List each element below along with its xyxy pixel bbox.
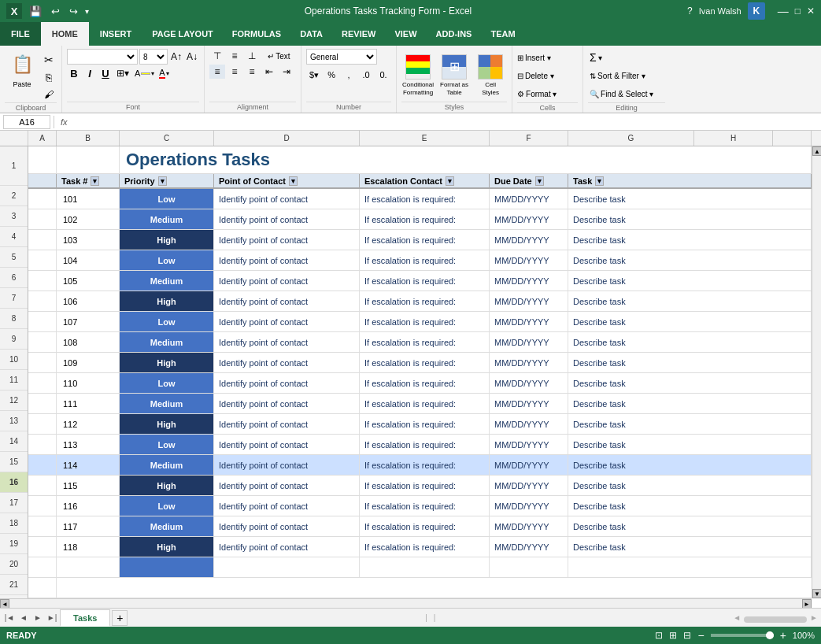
header-escalation[interactable]: Escalation Contact ▾	[360, 174, 490, 187]
find-select-btn[interactable]: 🔍Find & Select ▾	[588, 85, 665, 102]
cell-a8[interactable]	[28, 291, 57, 311]
bold-button[interactable]: B	[67, 66, 81, 80]
undo-btn[interactable]: ↩	[49, 6, 62, 17]
cell-due-4[interactable]: MM/DD/YYYY	[490, 209, 568, 229]
cell-task-6[interactable]: 104	[57, 250, 120, 270]
indent-inc-btn[interactable]: ⇥	[279, 65, 294, 79]
cell-task-14[interactable]: 112	[57, 414, 120, 434]
percent-btn[interactable]: %	[324, 68, 339, 82]
sort-filter-btn[interactable]: ⇅Sort & Filter ▾	[588, 67, 665, 84]
cell-poc-19[interactable]: Identify point of contact	[214, 516, 360, 536]
cell-taskdesc-14[interactable]: Describe task	[568, 414, 812, 434]
cell-taskdesc-18[interactable]: Describe task	[568, 496, 812, 516]
sheet-nav-last[interactable]: ►|	[46, 612, 58, 624]
cell-a7[interactable]	[28, 271, 57, 291]
cell-taskdesc-7[interactable]: Describe task	[568, 271, 812, 291]
cell-a15[interactable]	[28, 435, 57, 454]
vertical-scrollbar[interactable]: ▲ ▼	[812, 146, 821, 598]
tab-page-layout[interactable]: PAGE LAYOUT	[142, 22, 223, 46]
zoom-minus[interactable]: −	[697, 629, 704, 642]
cell-taskdesc-3[interactable]: Describe task	[568, 189, 812, 209]
cell-priority-4[interactable]: Medium	[120, 209, 214, 229]
cell-priority-9[interactable]: Low	[120, 312, 214, 331]
cell-task-8[interactable]: 106	[57, 291, 120, 311]
indent-dec-btn[interactable]: ⇤	[261, 65, 277, 79]
cell-task-21[interactable]	[57, 557, 120, 577]
copy-button[interactable]: ⎘	[41, 69, 57, 85]
cell-task-11[interactable]: 109	[57, 353, 120, 372]
cell-esc-4[interactable]: If escalation is required:	[360, 209, 490, 229]
cell-poc-21[interactable]	[214, 557, 360, 577]
add-sheet-btn[interactable]: +	[112, 610, 128, 626]
cell-poc-10[interactable]: Identify point of contact	[214, 332, 360, 352]
cell-esc-21[interactable]	[360, 557, 490, 577]
cell-due-9[interactable]: MM/DD/YYYY	[490, 312, 568, 331]
cell-poc-4[interactable]: Identify point of contact	[214, 209, 360, 229]
cell-a19[interactable]	[28, 516, 57, 536]
cell-taskdesc-21[interactable]	[568, 557, 812, 577]
tab-view[interactable]: VIEW	[385, 22, 426, 46]
cut-button[interactable]: ✂	[41, 52, 57, 68]
cell-a6[interactable]	[28, 250, 57, 270]
hscroll-thumb[interactable]	[744, 616, 807, 623]
cell-task-10[interactable]: 108	[57, 332, 120, 352]
cell-esc-9[interactable]: If escalation is required:	[360, 312, 490, 331]
sheet-nav-next[interactable]: ►	[31, 612, 44, 624]
cell-taskdesc-6[interactable]: Describe task	[568, 250, 812, 270]
cell-due-11[interactable]: MM/DD/YYYY	[490, 353, 568, 372]
sheet-tab-tasks[interactable]: Tasks	[60, 609, 110, 627]
cell-poc-8[interactable]: Identify point of contact	[214, 291, 360, 311]
zoom-slider[interactable]	[711, 634, 774, 637]
cell-task-16[interactable]: 114	[57, 455, 120, 475]
format-as-table-btn[interactable]: ⊞ Format asTable	[438, 54, 471, 96]
cell-task-7[interactable]: 105	[57, 271, 120, 291]
cell-b1[interactable]	[57, 146, 120, 173]
cell-esc-18[interactable]: If escalation is required:	[360, 496, 490, 516]
cell-esc-10[interactable]: If escalation is required:	[360, 332, 490, 352]
cell-poc-14[interactable]: Identify point of contact	[214, 414, 360, 434]
cell-task-13[interactable]: 111	[57, 394, 120, 413]
cell-task-12[interactable]: 110	[57, 373, 120, 393]
cell-task-5[interactable]: 103	[57, 230, 120, 250]
cell-priority-6[interactable]: Low	[120, 250, 214, 270]
tab-team[interactable]: TEAM	[481, 22, 524, 46]
cell-poc-6[interactable]: Identify point of contact	[214, 250, 360, 270]
cell-taskdesc-10[interactable]: Describe task	[568, 332, 812, 352]
close-btn[interactable]: ✕	[807, 6, 815, 17]
cell-esc-13[interactable]: If escalation is required:	[360, 394, 490, 413]
cell-priority-19[interactable]: Medium	[120, 516, 214, 536]
cell-due-21[interactable]	[490, 557, 568, 577]
cell-a17[interactable]	[28, 476, 57, 495]
cell-task-18[interactable]: 116	[57, 496, 120, 516]
number-format-select[interactable]: General	[306, 49, 377, 65]
cell-due-14[interactable]: MM/DD/YYYY	[490, 414, 568, 434]
align-center-btn[interactable]: ≡	[227, 65, 242, 79]
cell-a3[interactable]	[28, 189, 57, 209]
cell-reference[interactable]	[3, 115, 50, 129]
cell-a12[interactable]	[28, 373, 57, 393]
header-poc[interactable]: Point of Contact ▾	[214, 174, 360, 187]
fill-color-btn[interactable]: A ▾	[133, 68, 156, 79]
cell-taskdesc-13[interactable]: Describe task	[568, 394, 812, 413]
cell-priority-14[interactable]: High	[120, 414, 214, 434]
cell-task-20[interactable]: 118	[57, 537, 120, 557]
cell-a9[interactable]	[28, 312, 57, 331]
conditional-formatting-btn[interactable]: ConditionalFormatting	[401, 54, 435, 96]
task-filter-dropdown[interactable]: ▾	[91, 176, 99, 186]
cell-taskdesc-19[interactable]: Describe task	[568, 516, 812, 536]
cell-priority-5[interactable]: High	[120, 230, 214, 250]
view-layout-btn[interactable]: ⊞	[669, 630, 677, 641]
cell-taskdesc-11[interactable]: Describe task	[568, 353, 812, 372]
cell-esc-11[interactable]: If escalation is required:	[360, 353, 490, 372]
cell-due-19[interactable]: MM/DD/YYYY	[490, 516, 568, 536]
cell-esc-19[interactable]: If escalation is required:	[360, 516, 490, 536]
cell-poc-15[interactable]: Identify point of contact	[214, 435, 360, 454]
cell-priority-8[interactable]: High	[120, 291, 214, 311]
cell-poc-17[interactable]: Identify point of contact	[214, 476, 360, 495]
cell-priority-17[interactable]: High	[120, 476, 214, 495]
align-left-btn[interactable]: ≡	[209, 65, 225, 79]
cell-taskdesc-20[interactable]: Describe task	[568, 537, 812, 557]
cell-taskdesc-17[interactable]: Describe task	[568, 476, 812, 495]
zoom-plus[interactable]: +	[780, 629, 786, 642]
cell-a13[interactable]	[28, 394, 57, 413]
